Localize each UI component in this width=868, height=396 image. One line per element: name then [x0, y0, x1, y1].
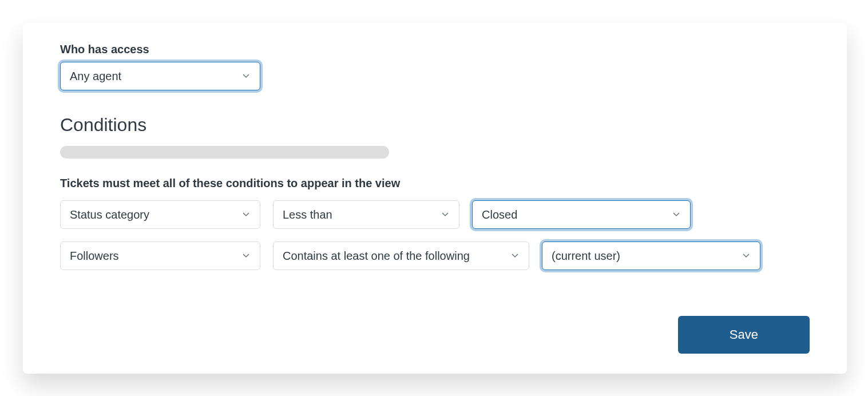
chevron-down-icon	[441, 208, 450, 221]
chevron-down-icon	[241, 208, 251, 221]
conditions-heading: Conditions	[60, 114, 810, 136]
chevron-down-icon	[510, 250, 520, 263]
conditions-rows: Status category Less than Closed Fol	[60, 200, 810, 270]
access-select[interactable]: Any agent	[60, 62, 260, 90]
condition-row: Status category Less than Closed	[60, 200, 810, 229]
condition-value: Closed	[482, 208, 517, 221]
view-settings-panel: Who has access Any agent Conditions Tick…	[23, 23, 847, 374]
condition-operator-value: Less than	[283, 208, 332, 221]
chevron-down-icon	[241, 70, 251, 83]
condition-field-select[interactable]: Status category	[60, 200, 260, 229]
chevron-down-icon	[241, 250, 251, 263]
access-section: Who has access Any agent	[60, 43, 810, 90]
conditions-all-subheading: Tickets must meet all of these condition…	[60, 177, 810, 190]
chevron-down-icon	[742, 250, 751, 263]
redacted-placeholder	[60, 146, 389, 159]
chevron-down-icon	[672, 208, 681, 221]
access-label: Who has access	[60, 43, 810, 56]
condition-row: Followers Contains at least one of the f…	[60, 241, 810, 270]
condition-field-value: Status category	[70, 208, 149, 221]
footer: Save	[60, 316, 810, 354]
condition-operator-select[interactable]: Less than	[273, 200, 459, 229]
condition-operator-value: Contains at least one of the following	[283, 250, 470, 263]
condition-value: (current user)	[552, 250, 620, 263]
condition-field-value: Followers	[70, 250, 119, 263]
condition-value-select[interactable]: (current user)	[542, 241, 760, 270]
access-select-value: Any agent	[70, 70, 121, 83]
save-button[interactable]: Save	[678, 316, 810, 354]
condition-operator-select[interactable]: Contains at least one of the following	[273, 241, 529, 270]
condition-value-select[interactable]: Closed	[472, 200, 691, 229]
condition-field-select[interactable]: Followers	[60, 241, 260, 270]
